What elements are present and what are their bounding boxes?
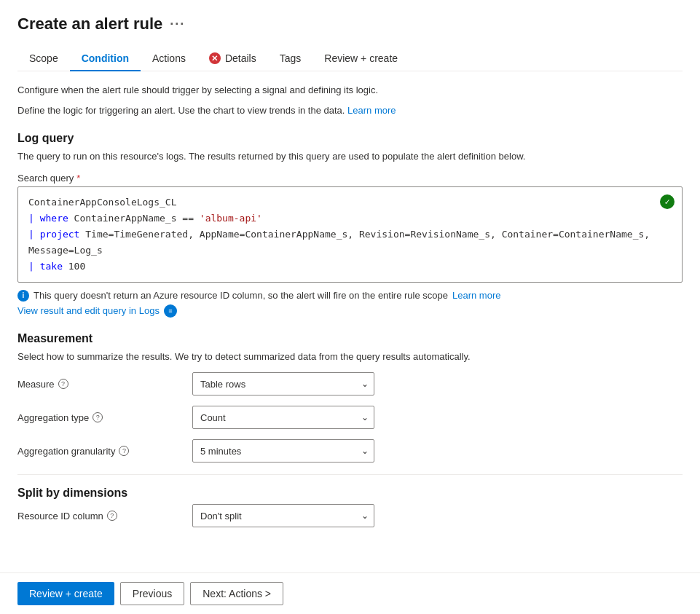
info-icon: i xyxy=(17,290,29,302)
aggregation-granularity-select-wrapper: 1 minute 5 minutes 10 minutes 15 minutes… xyxy=(192,439,374,463)
query-editor[interactable]: ✓ ContainerAppConsoleLogs_CL | where Con… xyxy=(17,186,683,283)
measurement-subtitle: Select how to summarize the results. We … xyxy=(17,350,683,364)
error-icon: ✕ xyxy=(209,52,221,64)
aggregation-type-select-wrapper: Count Sum Average Min Max ⌄ xyxy=(192,406,374,429)
next-actions-button[interactable]: Next: Actions > xyxy=(190,582,283,605)
query-line-1: ContainerAppConsoleLogs_CL xyxy=(28,194,672,210)
more-options-icon[interactable]: ··· xyxy=(170,17,185,32)
query-line-5: | take 100 xyxy=(28,259,672,275)
query-line-4: Message=Log_s xyxy=(28,243,672,259)
resource-id-dropdown[interactable]: Don't split xyxy=(192,504,374,527)
resource-id-help-icon[interactable]: ? xyxy=(107,511,117,521)
aggregation-type-help-icon[interactable]: ? xyxy=(93,412,103,422)
info-message-row: i This query doesn't return an Azure res… xyxy=(17,290,683,302)
learn-more-link1[interactable]: Learn more xyxy=(347,105,396,116)
measure-help-icon[interactable]: ? xyxy=(58,379,68,389)
aggregation-type-dropdown[interactable]: Count Sum Average Min Max xyxy=(192,406,374,429)
description-line1: Configure when the alert rule should tri… xyxy=(17,83,683,98)
aggregation-granularity-row: Aggregation granularity ? 1 minute 5 min… xyxy=(17,439,683,463)
tab-actions[interactable]: Actions xyxy=(141,47,197,71)
aggregation-type-row: Aggregation type ? Count Sum Average Min… xyxy=(17,406,683,429)
info-learn-more-link[interactable]: Learn more xyxy=(452,290,500,301)
tab-bar: Scope Condition Actions ✕ Details Tags R… xyxy=(17,47,683,71)
resource-id-select-wrapper: Don't split ⌄ xyxy=(192,504,374,527)
measurement-title: Measurement xyxy=(17,332,683,345)
valid-icon: ✓ xyxy=(660,194,675,209)
aggregation-granularity-label: Aggregation granularity xyxy=(17,446,115,457)
tab-condition[interactable]: Condition xyxy=(70,47,141,71)
info-message-text: This query doesn't return an Azure resou… xyxy=(34,290,448,301)
tab-scope[interactable]: Scope xyxy=(17,47,70,71)
aggregation-granularity-dropdown[interactable]: 1 minute 5 minutes 10 minutes 15 minutes… xyxy=(192,439,374,463)
required-indicator: * xyxy=(76,173,80,184)
query-line-2: | where ContainerAppName_s == 'album-api… xyxy=(28,210,672,227)
previous-button[interactable]: Previous xyxy=(120,582,184,605)
log-query-title: Log query xyxy=(17,132,683,145)
search-query-label: Search query * xyxy=(17,173,683,184)
tab-details[interactable]: ✕ Details xyxy=(197,47,268,71)
logs-badge-icon: ≡ xyxy=(164,304,177,318)
log-query-subtitle: The query to run on this resource's logs… xyxy=(17,149,683,164)
measure-row: Measure ? Table rows ⌄ xyxy=(17,372,683,395)
description-line2: Define the logic for triggering an alert… xyxy=(17,103,683,118)
query-line-3: | project Time=TimeGenerated, AppName=Co… xyxy=(28,227,672,243)
page-title: Create an alert rule xyxy=(17,15,162,34)
measure-select-wrapper: Table rows ⌄ xyxy=(192,372,374,395)
measure-label: Measure xyxy=(17,379,55,390)
tab-tags[interactable]: Tags xyxy=(268,47,313,71)
resource-id-row: Resource ID column ? Don't split ⌄ xyxy=(17,504,683,527)
divider xyxy=(17,474,683,475)
view-results-link[interactable]: View result and edit query in Logs xyxy=(17,305,160,316)
aggregation-type-label: Aggregation type xyxy=(17,412,89,423)
view-results-row: View result and edit query in Logs ≡ xyxy=(17,304,683,318)
measure-dropdown[interactable]: Table rows xyxy=(192,372,374,395)
resource-id-label: Resource ID column xyxy=(17,511,103,521)
bottom-bar: Review + create Previous Next: Actions > xyxy=(0,572,700,610)
aggregation-granularity-help-icon[interactable]: ? xyxy=(119,446,129,456)
split-section-title: Split by dimensions xyxy=(17,487,683,500)
review-create-button[interactable]: Review + create xyxy=(17,582,114,605)
tab-review-create[interactable]: Review + create xyxy=(312,47,409,71)
